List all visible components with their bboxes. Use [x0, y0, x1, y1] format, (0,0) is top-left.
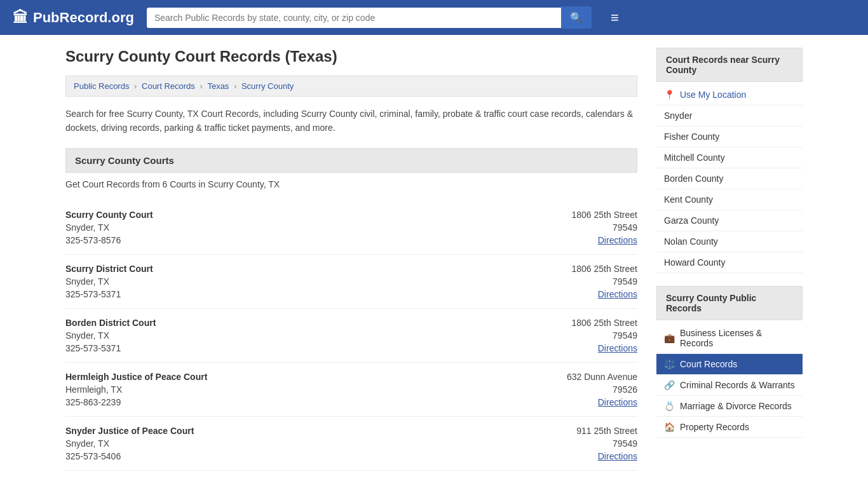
directions-link[interactable]: Directions — [598, 289, 637, 299]
court-name: Snyder Justice of Peace Court — [65, 426, 194, 436]
nearby-header: Court Records near Scurry County — [656, 48, 803, 82]
nearby-item-link[interactable]: Mitchell County — [664, 152, 725, 163]
nearby-item[interactable]: Snyder — [656, 105, 803, 126]
court-entry: Scurry County Court Snyder, TX 325-573-8… — [65, 201, 637, 255]
logo-text: PubRecord.org — [33, 10, 134, 26]
court-address: 632 Dunn Avenue — [536, 372, 637, 382]
court-location: Snyder, TX — [65, 438, 194, 449]
directions-link[interactable]: Directions — [598, 397, 637, 407]
public-records-icon: ⚖️ — [664, 359, 675, 369]
nearby-item[interactable]: Howard County — [656, 252, 803, 273]
court-location: Hermleigh, TX — [65, 384, 207, 395]
court-zip: 79549 — [536, 276, 637, 287]
court-phone: 325-573-5371 — [65, 289, 153, 299]
search-form: 🔍 — [147, 6, 592, 29]
logo[interactable]: 🏛 PubRecord.org — [13, 9, 134, 27]
public-records-label: Criminal Records & Warrants — [680, 380, 795, 390]
use-my-location[interactable]: 📍 Use My Location — [656, 85, 803, 105]
nearby-item-link[interactable]: Borden County — [664, 173, 723, 184]
breadcrumb-texas[interactable]: Texas — [207, 81, 229, 91]
court-name: Scurry County Court — [65, 210, 153, 220]
public-records-icon: 🏠 — [664, 422, 675, 432]
public-records-icon: 🔗 — [664, 380, 675, 390]
nearby-item-link[interactable]: Howard County — [664, 257, 726, 268]
public-records-header: Scurry County Public Records — [656, 286, 803, 320]
sidebar: Court Records near Scurry County 📍 Use M… — [656, 48, 803, 471]
court-zip: 79549 — [536, 438, 637, 449]
content-wrapper: Scurry County Court Records (Texas) Publ… — [53, 35, 815, 484]
court-address: 1806 25th Street — [536, 210, 637, 220]
page-description: Search for free Scurry County, TX Court … — [65, 107, 637, 135]
nearby-item[interactable]: Mitchell County — [656, 147, 803, 168]
court-address: 1806 25th Street — [536, 264, 637, 274]
nearby-item[interactable]: Kent County — [656, 189, 803, 210]
court-name: Borden District Court — [65, 318, 156, 328]
public-records-item[interactable]: ⚖️ Court Records — [656, 354, 803, 375]
court-info-right: 1806 25th Street 79549 Directions — [536, 210, 637, 245]
nearby-item-link[interactable]: Snyder — [664, 111, 692, 121]
public-records-item[interactable]: 💼 Business Licenses & Records — [656, 323, 803, 354]
public-records-label: Business Licenses & Records — [680, 328, 795, 348]
public-records-label: Marriage & Divorce Records — [680, 401, 792, 411]
court-phone: 325-573-8576 — [65, 235, 153, 245]
menu-button[interactable]: ≡ — [611, 10, 619, 26]
nearby-item-link[interactable]: Garza County — [664, 215, 719, 226]
public-records-item[interactable]: 💍 Marriage & Divorce Records — [656, 396, 803, 417]
court-info-left: Hermleigh Justice of Peace Court Hermlei… — [65, 372, 207, 407]
public-records-item[interactable]: 🏠 Property Records — [656, 417, 803, 438]
court-info-right: 1806 25th Street 79549 Directions — [536, 264, 637, 299]
court-zip: 79549 — [536, 330, 637, 341]
courts-section-header: Scurry County Courts — [65, 148, 637, 173]
court-zip: 79526 — [536, 384, 637, 395]
directions-link[interactable]: Directions — [598, 343, 637, 353]
court-directions[interactable]: Directions — [536, 343, 637, 353]
breadcrumb-scurry-county[interactable]: Scurry County — [241, 81, 294, 91]
court-address: 1806 25th Street — [536, 318, 637, 328]
search-input[interactable] — [147, 8, 561, 28]
court-name: Scurry District Court — [65, 264, 153, 274]
courts-list: Scurry County Court Snyder, TX 325-573-8… — [65, 201, 637, 471]
page-title: Scurry County Court Records (Texas) — [65, 48, 637, 65]
site-header: 🏛 PubRecord.org 🔍 ≡ — [0, 0, 868, 35]
building-icon: 🏛 — [13, 9, 28, 27]
court-phone: 325-573-5371 — [65, 343, 156, 353]
public-records-label: Court Records — [680, 359, 737, 369]
directions-link[interactable]: Directions — [598, 451, 637, 461]
public-records-item[interactable]: 🔗 Criminal Records & Warrants — [656, 375, 803, 396]
court-address: 911 25th Street — [536, 426, 637, 436]
nearby-item-link[interactable]: Kent County — [664, 194, 713, 205]
courts-count: Get Court Records from 6 Courts in Scurr… — [65, 179, 637, 189]
court-info-left: Snyder Justice of Peace Court Snyder, TX… — [65, 426, 194, 461]
nearby-item[interactable]: Nolan County — [656, 231, 803, 252]
court-entry: Hermleigh Justice of Peace Court Hermlei… — [65, 363, 637, 417]
public-records-section: Scurry County Public Records 💼 Business … — [656, 286, 803, 438]
court-directions[interactable]: Directions — [536, 235, 637, 245]
court-location: Snyder, TX — [65, 276, 153, 287]
court-name: Hermleigh Justice of Peace Court — [65, 372, 207, 382]
nearby-items-list: SnyderFisher CountyMitchell CountyBorden… — [656, 105, 803, 273]
court-phone: 325-863-2239 — [65, 397, 207, 407]
court-directions[interactable]: Directions — [536, 397, 637, 407]
nearby-item[interactable]: Fisher County — [656, 126, 803, 147]
directions-link[interactable]: Directions — [598, 235, 637, 245]
court-zip: 79549 — [536, 222, 637, 233]
court-directions[interactable]: Directions — [536, 451, 637, 461]
court-location: Snyder, TX — [65, 330, 156, 341]
public-records-icon: 💍 — [664, 401, 675, 411]
nearby-item[interactable]: Garza County — [656, 210, 803, 231]
nearby-item-link[interactable]: Nolan County — [664, 236, 718, 247]
nearby-section: Court Records near Scurry County 📍 Use M… — [656, 48, 803, 273]
nearby-item[interactable]: Borden County — [656, 168, 803, 189]
court-info-right: 632 Dunn Avenue 79526 Directions — [536, 372, 637, 407]
court-info-left: Borden District Court Snyder, TX 325-573… — [65, 318, 156, 353]
breadcrumb-court-records[interactable]: Court Records — [142, 81, 195, 91]
court-info-right: 1806 25th Street 79549 Directions — [536, 318, 637, 353]
search-button[interactable]: 🔍 — [561, 6, 592, 29]
nearby-item-link[interactable]: Fisher County — [664, 132, 719, 142]
breadcrumb-public-records[interactable]: Public Records — [74, 81, 129, 91]
court-directions[interactable]: Directions — [536, 289, 637, 299]
public-records-list: 💼 Business Licenses & Records ⚖️ Court R… — [656, 323, 803, 438]
court-entry: Snyder Justice of Peace Court Snyder, TX… — [65, 417, 637, 471]
court-location: Snyder, TX — [65, 222, 153, 233]
public-records-label: Property Records — [680, 422, 749, 432]
